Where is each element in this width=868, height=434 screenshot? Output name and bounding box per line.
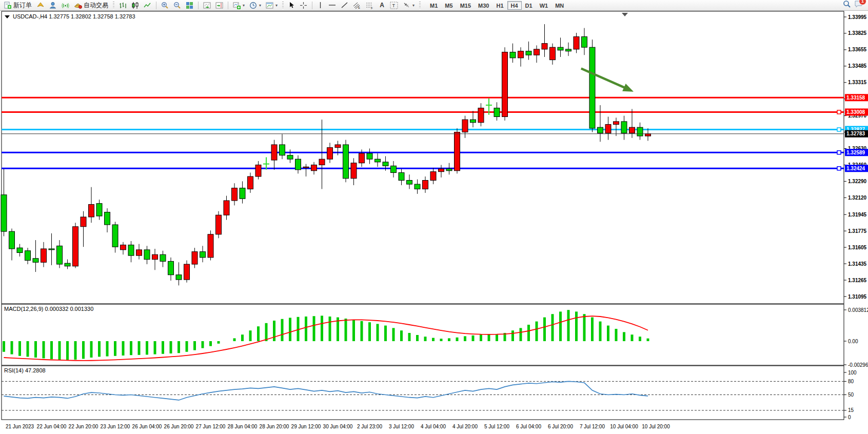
toolbar-separator [228, 2, 228, 9]
line-drag-handle[interactable] [837, 151, 841, 154]
timeframe-button-mn[interactable]: MN [551, 1, 567, 10]
candle-body [430, 172, 436, 181]
rsi-indicator-label: RSI(14) 47.2808 [4, 367, 46, 373]
macd-tick-label: 0.00 [848, 339, 858, 344]
metaeditor-button[interactable] [34, 1, 47, 10]
timeframe-button-h1[interactable]: H1 [492, 1, 507, 10]
candle-body [359, 153, 365, 163]
candle-body [25, 251, 31, 261]
arrows-button[interactable]: ▾ [401, 1, 417, 10]
mt4-terminal-window: { "toolbar": { "new_order_label": "新订单",… [0, 0, 868, 434]
fibonacci-button[interactable]: F [364, 1, 376, 10]
equidistant-channel-button[interactable]: E [351, 1, 363, 10]
toolbar-separator [282, 2, 284, 9]
candle-body [224, 201, 229, 215]
cursor-arrow-icon [288, 2, 295, 9]
candle-body [1, 195, 7, 231]
candle-body [208, 234, 213, 258]
candlestick-chart-button[interactable] [129, 1, 141, 10]
candle-body [303, 167, 309, 168]
cursor-button[interactable] [286, 1, 297, 10]
svg-text:F: F [371, 7, 373, 9]
trendline-button[interactable] [339, 1, 350, 10]
price-tick-label: 1.31775 [848, 228, 867, 234]
horizontal-line-button[interactable] [326, 1, 338, 10]
chevron-down-icon: ▾ [259, 3, 261, 8]
line-drag-handle[interactable] [837, 167, 841, 170]
signals-button[interactable] [60, 1, 71, 10]
candle-body [542, 44, 547, 49]
candle-body [73, 227, 78, 266]
metaeditor-icon [36, 2, 45, 9]
rsi-tick-label: 80 [848, 379, 854, 384]
time-axis-label: 22 Jun 04:00 [37, 424, 67, 429]
time-axis-label: 5 Jul 12:00 [484, 424, 509, 429]
vertical-line-button[interactable] [315, 1, 326, 10]
candle-body [57, 246, 63, 264]
notifications-button[interactable]: 1 [854, 0, 863, 10]
timeframe-button-d1[interactable]: D1 [522, 1, 536, 10]
candle-body [287, 155, 293, 160]
chart-shift-button[interactable] [213, 1, 225, 10]
timeframe-button-w1[interactable]: W1 [536, 1, 552, 10]
candle-body [33, 259, 38, 263]
zoom-out-icon [173, 2, 181, 9]
candle-body [81, 217, 86, 227]
time-axis-label: 26 Jun 04:00 [132, 424, 162, 429]
timeframe-button-m5[interactable]: M5 [441, 1, 456, 10]
zoom-out-button[interactable] [171, 1, 183, 10]
auto-scroll-button[interactable] [201, 1, 213, 10]
time-axis-label: 23 Jun 12:00 [101, 424, 130, 429]
text-label-icon: T [390, 2, 398, 9]
price-tick-label: 1.32290 [848, 179, 867, 184]
main-price-pane [2, 11, 844, 304]
candle-body [152, 254, 158, 259]
crosshair-button[interactable] [298, 1, 309, 10]
auto-trading-button[interactable]: 自动交易 [72, 1, 110, 10]
search-icon[interactable] [843, 0, 851, 10]
macd-tick-label: 0.003812 [848, 307, 868, 313]
templates-button[interactable]: ▾ [264, 1, 280, 10]
text-label-button[interactable]: T [388, 1, 400, 10]
candle-body [510, 52, 516, 58]
rsi-pane [2, 366, 844, 420]
price-label-text: 1.32783 [846, 131, 865, 136]
tile-windows-button[interactable] [184, 1, 195, 10]
candle-body [9, 231, 15, 249]
timeframe-button-m30[interactable]: M30 [475, 1, 492, 10]
candle-body [478, 108, 484, 123]
line-drag-handle[interactable] [837, 110, 841, 114]
timeframe-button-h4[interactable]: H4 [507, 1, 522, 10]
candle-body [160, 254, 166, 261]
candle-body [637, 127, 643, 136]
text-button[interactable]: A [377, 1, 387, 10]
community-button[interactable] [47, 1, 59, 10]
toolbar-separator [419, 2, 421, 9]
periods-button[interactable]: ▾ [247, 1, 263, 10]
time-axis-label: 10 Jul 04:00 [610, 424, 638, 429]
bars-chart-icon [119, 2, 127, 9]
new-order-button[interactable]: 新订单 [2, 1, 34, 10]
candle-body [311, 165, 317, 170]
clock-icon [249, 2, 257, 9]
line-chart-button[interactable] [142, 1, 153, 10]
rsi-tick-label: 100 [848, 370, 857, 376]
toolbar-separator [156, 2, 156, 9]
candle-body [470, 120, 476, 123]
toolbar-separator [198, 2, 199, 9]
rsi-tick-label: 15 [848, 407, 854, 413]
bars-chart-button[interactable] [117, 1, 129, 10]
candle-body [89, 205, 94, 217]
zoom-in-button[interactable] [159, 1, 171, 10]
chart-canvas[interactable]: 1.339951.338251.336551.334851.333151.331… [0, 11, 868, 434]
time-axis-label: 30 Jun 04:00 [323, 424, 353, 429]
channel-icon: E [353, 2, 361, 9]
timeframe-button-m1[interactable]: M1 [426, 1, 441, 10]
timeframe-button-m15[interactable]: M15 [457, 1, 475, 10]
chart-shift-icon [215, 2, 223, 9]
line-drag-handle[interactable] [837, 128, 841, 131]
time-axis-label: 22 Jun 20:00 [69, 424, 98, 429]
price-tick-label: 1.33825 [848, 30, 867, 36]
new-chart-button[interactable]: ▾ [231, 1, 247, 10]
candle-body [240, 188, 245, 199]
